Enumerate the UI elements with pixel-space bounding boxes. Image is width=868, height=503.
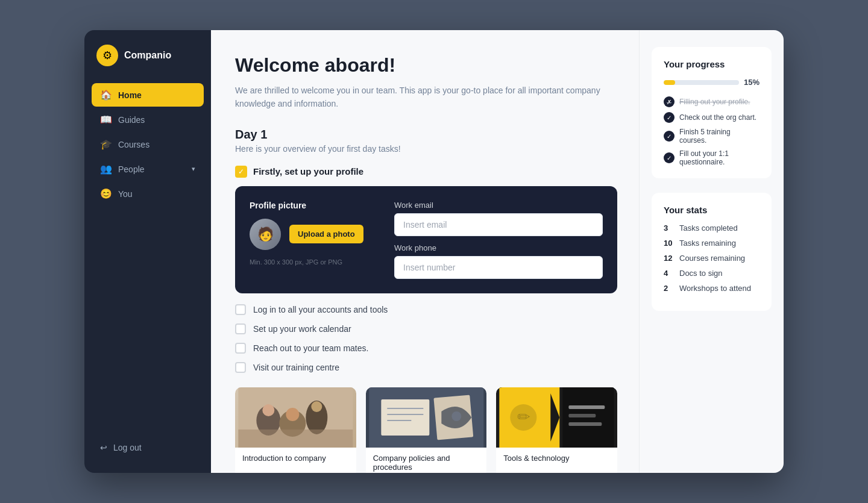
progress-item-0: ✗ Filling out your profile.	[664, 96, 760, 107]
stat-num-2: 12	[664, 254, 675, 263]
card-tools-label: Tools & technology	[496, 448, 617, 469]
page-subtitle: We are thrilled to welcome you in our te…	[235, 84, 617, 111]
card-policies-image	[366, 387, 487, 448]
stats-card: Your stats 3 Tasks completed 10 Tasks re…	[652, 193, 772, 311]
app-name: Companio	[124, 50, 171, 61]
task-list: Log in to all your accounts and tools Se…	[235, 304, 617, 373]
phone-label: Work phone	[394, 243, 603, 252]
svg-rect-19	[569, 405, 605, 409]
avatar: 🧑	[250, 219, 281, 250]
svg-point-14	[451, 411, 461, 421]
task-checkbox-accounts[interactable]	[235, 304, 246, 315]
progress-label-2: Finish 5 training courses.	[679, 128, 760, 145]
stats-title: Your stats	[664, 205, 760, 215]
stat-label-3: Docs to sign	[679, 269, 723, 278]
progress-icon-0: ✗	[664, 96, 675, 107]
email-label: Work email	[394, 201, 603, 210]
svg-point-5	[262, 404, 274, 416]
task-label-training: Visit our training centre	[253, 363, 339, 372]
svg-rect-20	[569, 414, 596, 417]
sidebar-item-guides[interactable]: 📖 Guides	[92, 108, 204, 131]
first-task-checkbox[interactable]: ✓	[235, 166, 247, 178]
first-task-label: Firstly, set up your profile	[253, 166, 363, 177]
logout-button[interactable]: ↩ Log out	[92, 437, 204, 458]
progress-item-1: ✓ Check out the org chart.	[664, 112, 760, 123]
svg-text:✏: ✏	[518, 408, 531, 426]
first-task-row: ✓ Firstly, set up your profile	[235, 166, 617, 178]
progress-label-3: Fill out your 1:1 questionnaire.	[679, 149, 760, 166]
stat-label-0: Tasks completed	[679, 223, 738, 233]
profile-card: Profile picture 🧑 Upload a photo Min. 30…	[235, 186, 617, 293]
progress-icon-1: ✓	[664, 112, 675, 123]
task-checkbox-calendar[interactable]	[235, 323, 246, 334]
progress-item-2: ✓ Finish 5 training courses.	[664, 128, 760, 145]
people-icon: 👥	[100, 163, 112, 175]
stat-row-2: 12 Courses remaining	[664, 254, 760, 263]
upload-photo-button[interactable]: Upload a photo	[289, 225, 363, 243]
sidebar-item-home[interactable]: 🏠 Home	[92, 83, 204, 107]
card-policies-label: Company policies and procedures	[366, 448, 487, 473]
email-field-group: Work email	[394, 201, 603, 236]
progress-items: ✗ Filling out your profile. ✓ Check out …	[664, 96, 760, 166]
cards-row: Introduction to company Com	[235, 387, 617, 473]
progress-title: Your progress	[664, 59, 760, 69]
upload-hint: Min. 300 x 300 px, JPG or PNG	[250, 258, 342, 266]
card-intro-label: Introduction to company	[235, 448, 356, 469]
progress-bar-container: 15%	[664, 78, 760, 87]
logout-icon: ↩	[100, 443, 107, 452]
policies-svg	[366, 387, 487, 448]
phone-field-group: Work phone	[394, 243, 603, 279]
svg-point-7	[311, 401, 322, 412]
guides-icon: 📖	[100, 114, 112, 125]
task-item-teammates: Reach out to your team mates.	[235, 343, 617, 354]
right-panel: Your progress 15% ✗ Filling out your pro…	[639, 30, 784, 473]
svg-point-6	[286, 408, 299, 421]
stat-num-0: 3	[664, 223, 675, 233]
sidebar-item-guides-label: Guides	[118, 115, 145, 125]
stat-row-1: 10 Tasks remaining	[664, 239, 760, 248]
svg-rect-21	[569, 422, 602, 426]
sidebar-item-you[interactable]: 😊 You	[92, 182, 204, 205]
svg-rect-9	[381, 399, 429, 436]
svg-rect-4	[238, 430, 353, 448]
app-logo: ⚙ Companio	[84, 45, 211, 83]
task-label-teammates: Reach out to your team mates.	[253, 343, 368, 353]
phone-input[interactable]	[394, 256, 603, 279]
progress-label-1: Check out the org chart.	[679, 113, 756, 122]
main-content: Welcome aboard! We are thrilled to welco…	[211, 30, 639, 473]
task-item-training: Visit our training centre	[235, 362, 617, 373]
email-input[interactable]	[394, 213, 603, 236]
courses-icon: 🎓	[100, 139, 112, 150]
tools-svg: ✏	[496, 387, 617, 448]
sidebar: ⚙ Companio 🏠 Home 📖 Guides 🎓 Courses 👥 P…	[84, 30, 211, 473]
profile-pic-row: 🧑 Upload a photo	[250, 219, 363, 250]
progress-icon-2: ✓	[664, 131, 675, 142]
home-icon: 🏠	[100, 89, 112, 101]
day-heading: Day 1	[235, 128, 617, 142]
stat-label-2: Courses remaining	[679, 254, 745, 263]
stat-row-4: 2 Workshops to attend	[664, 284, 760, 293]
stat-row-3: 4 Docs to sign	[664, 269, 760, 278]
progress-icon-3: ✓	[664, 152, 675, 163]
progress-bar-track	[664, 80, 739, 85]
sidebar-item-people[interactable]: 👥 People ▾	[92, 157, 204, 181]
progress-label-0: Filling out your profile.	[679, 98, 750, 106]
progress-percent: 15%	[744, 78, 760, 87]
card-policies[interactable]: Company policies and procedures	[366, 387, 487, 473]
logout-label: Log out	[113, 443, 142, 452]
stat-row-0: 3 Tasks completed	[664, 223, 760, 233]
logo-icon: ⚙	[96, 45, 118, 66]
task-checkbox-training[interactable]	[235, 362, 246, 373]
sidebar-item-courses[interactable]: 🎓 Courses	[92, 133, 204, 156]
card-tools[interactable]: ✏ Tools & technology	[496, 387, 617, 473]
avatar-image: 🧑	[250, 219, 281, 250]
task-item-accounts: Log in to all your accounts and tools	[235, 304, 617, 315]
sidebar-item-people-label: People	[118, 164, 145, 174]
card-tools-image: ✏	[496, 387, 617, 448]
stat-label-1: Tasks remaining	[679, 239, 736, 248]
card-intro[interactable]: Introduction to company	[235, 387, 356, 473]
page-title: Welcome aboard!	[235, 54, 617, 77]
sidebar-bottom: ↩ Log out	[84, 437, 211, 458]
you-icon: 😊	[100, 188, 112, 199]
task-checkbox-teammates[interactable]	[235, 343, 246, 354]
